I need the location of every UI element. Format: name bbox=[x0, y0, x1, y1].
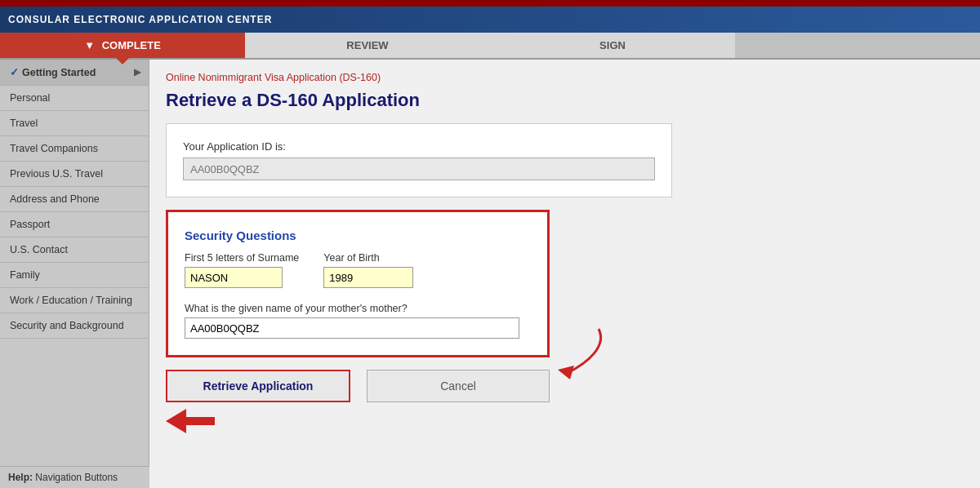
app-id-box: Your Application ID is: bbox=[166, 123, 672, 197]
tab-bar: ▼ COMPLETE REVIEW SIGN bbox=[0, 33, 980, 60]
year-input[interactable] bbox=[323, 267, 413, 288]
security-questions-box: Security Questions First 5 letters of Su… bbox=[166, 210, 550, 357]
tab-review[interactable]: REVIEW bbox=[245, 33, 490, 58]
help-label: Help: bbox=[8, 472, 33, 483]
tab-sign[interactable]: SIGN bbox=[490, 33, 735, 58]
checkmark-icon: ✓ bbox=[10, 66, 19, 78]
sidebar-item-personal[interactable]: Personal bbox=[0, 86, 149, 111]
mothers-mother-label: What is the given name of your mother's … bbox=[185, 303, 531, 314]
buttons-row: Retrieve Application Cancel bbox=[166, 370, 550, 402]
sidebar-item-travel[interactable]: Travel bbox=[0, 111, 149, 136]
mothers-mother-field-group: What is the given name of your mother's … bbox=[185, 296, 531, 339]
tab-arrow-icon: ▼ bbox=[84, 39, 95, 51]
arrow-indicator bbox=[166, 409, 550, 436]
breadcrumb: Online Nonimmigrant Visa Application (DS… bbox=[166, 72, 964, 83]
svg-marker-1 bbox=[166, 409, 215, 433]
page-title: Retrieve a DS-160 Application bbox=[166, 90, 964, 111]
left-arrow-icon bbox=[166, 409, 215, 433]
sidebar: ✓ Getting Started ▶ Personal Travel Trav… bbox=[0, 60, 149, 488]
chevron-right-icon: ▶ bbox=[134, 67, 140, 78]
sidebar-item-work-education[interactable]: Work / Education / Training bbox=[0, 288, 149, 313]
help-text: Navigation Buttons bbox=[35, 472, 118, 483]
security-questions-title: Security Questions bbox=[185, 228, 531, 242]
surname-input[interactable] bbox=[185, 267, 283, 288]
sidebar-item-travel-companions[interactable]: Travel Companions bbox=[0, 136, 149, 162]
banner-text: CONSULAR ELECTRONIC APPLICATION CENTER bbox=[8, 14, 272, 25]
sidebar-item-us-contact[interactable]: U.S. Contact bbox=[0, 237, 149, 263]
sidebar-item-address-phone[interactable]: Address and Phone bbox=[0, 187, 149, 212]
sidebar-item-security-background[interactable]: Security and Background bbox=[0, 313, 149, 339]
top-bar bbox=[0, 0, 980, 7]
app-id-input[interactable] bbox=[183, 157, 655, 180]
year-label: Year of Birth bbox=[323, 252, 413, 264]
arrow-annotation bbox=[517, 321, 615, 386]
sidebar-item-passport[interactable]: Passport bbox=[0, 212, 149, 237]
app-id-label: Your Application ID is: bbox=[183, 140, 655, 153]
content-area: Online Nonimmigrant Visa Application (DS… bbox=[149, 60, 980, 488]
sidebar-item-family[interactable]: Family bbox=[0, 263, 149, 288]
main-layout: ✓ Getting Started ▶ Personal Travel Trav… bbox=[0, 60, 980, 488]
mothers-mother-input[interactable] bbox=[185, 317, 519, 339]
svg-marker-0 bbox=[558, 366, 574, 379]
surname-label: First 5 letters of Surname bbox=[185, 252, 299, 264]
header-banner: CONSULAR ELECTRONIC APPLICATION CENTER bbox=[0, 7, 980, 33]
help-bar: Help: Navigation Buttons bbox=[0, 466, 149, 488]
year-field-group: Year of Birth bbox=[323, 252, 413, 288]
retrieve-application-button[interactable]: Retrieve Application bbox=[166, 370, 350, 402]
security-fields-row: First 5 letters of Surname Year of Birth bbox=[185, 252, 531, 288]
surname-field-group: First 5 letters of Surname bbox=[185, 252, 299, 288]
sidebar-item-previous-us-travel[interactable]: Previous U.S. Travel bbox=[0, 162, 149, 187]
tab-complete[interactable]: ▼ COMPLETE bbox=[0, 33, 245, 58]
